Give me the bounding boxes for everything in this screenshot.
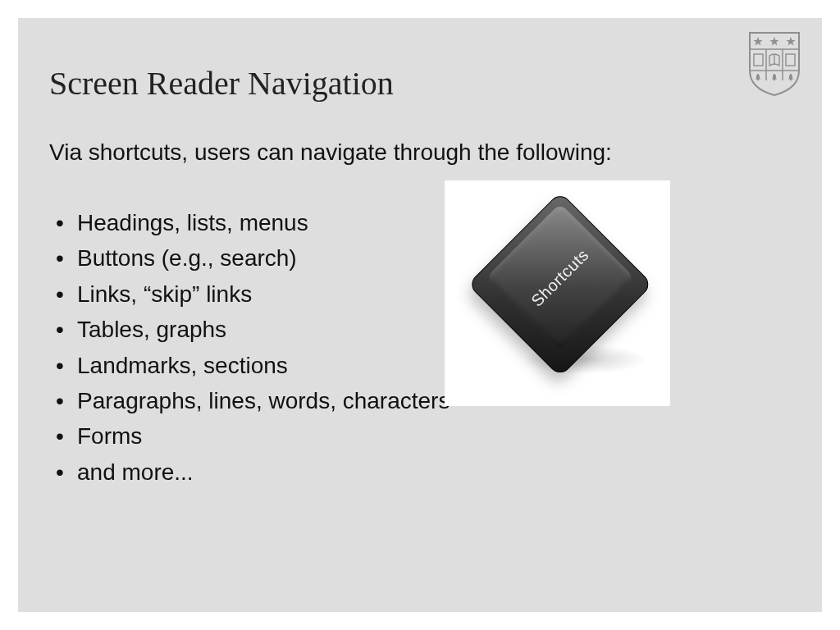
slide-title: Screen Reader Navigation <box>49 64 394 103</box>
slide: Screen Reader Navigation Via shortcuts, … <box>18 18 822 612</box>
list-item: and more... <box>49 454 450 490</box>
university-crest-icon <box>746 30 802 97</box>
svg-rect-9 <box>786 54 795 66</box>
svg-rect-8 <box>754 54 763 66</box>
list-item: Forms <box>49 418 450 454</box>
shortcuts-key-image: Shortcuts <box>445 180 670 406</box>
svg-marker-4 <box>754 37 763 46</box>
list-item: Paragraphs, lines, words, characters <box>49 383 450 418</box>
svg-marker-5 <box>770 37 779 46</box>
list-item: Links, “skip” links <box>49 276 450 312</box>
svg-marker-6 <box>787 37 796 46</box>
list-item: Tables, graphs <box>49 312 450 347</box>
list-item: Landmarks, sections <box>49 348 450 383</box>
bullet-list: Headings, lists, menus Buttons (e.g., se… <box>49 205 450 490</box>
list-item: Headings, lists, menus <box>49 205 450 240</box>
key-label: Shortcuts <box>527 244 592 309</box>
list-item: Buttons (e.g., search) <box>49 240 450 276</box>
intro-text: Via shortcuts, users can navigate throug… <box>49 138 640 167</box>
